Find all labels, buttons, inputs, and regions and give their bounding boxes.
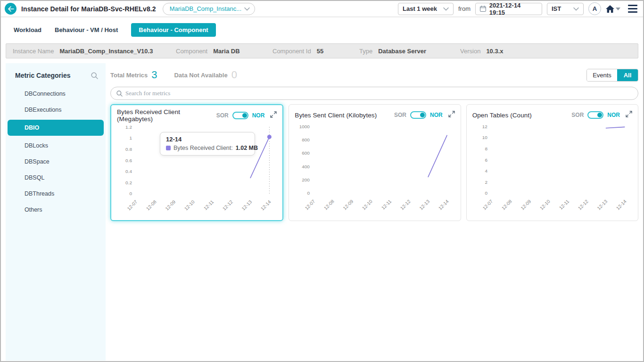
svg-text:800: 800 bbox=[302, 137, 310, 142]
sidebar-item-dbspace[interactable]: DBSpace bbox=[6, 154, 106, 170]
svg-text:400: 400 bbox=[302, 164, 310, 169]
top-header: Instance Detail for MariaDB-Svc-RHELv8.2… bbox=[1, 1, 643, 17]
svg-text:12-10: 12-10 bbox=[361, 198, 373, 211]
sidebar-item-dbconnections[interactable]: DBConnections bbox=[6, 86, 106, 102]
timezone-dropdown[interactable]: IST bbox=[547, 3, 584, 15]
chart-title: Bytes Sent Client (Kilobytes) bbox=[295, 112, 377, 119]
svg-text:1: 1 bbox=[129, 135, 132, 140]
time-range-dropdown[interactable]: Last 1 week bbox=[398, 3, 454, 15]
total-metrics-label: Total Metrics bbox=[110, 72, 148, 79]
sor-label: SOR bbox=[394, 112, 406, 118]
chevron-down-icon bbox=[443, 7, 449, 11]
svg-text:12-14: 12-14 bbox=[260, 199, 272, 211]
main-content: Total Metrics 3 Data Not Available 0 Eve… bbox=[106, 63, 638, 361]
metric-cards-row: Bytes Received Client (Megabytes) SOR NO… bbox=[110, 104, 638, 221]
sidebar-item-dbthreads[interactable]: DBThreads bbox=[6, 186, 106, 202]
svg-text:12-09: 12-09 bbox=[165, 199, 177, 211]
chevron-down-icon bbox=[244, 7, 250, 11]
nor-label: NOR bbox=[607, 112, 620, 118]
timezone-value: IST bbox=[552, 5, 561, 12]
svg-text:12-12: 12-12 bbox=[399, 198, 412, 211]
svg-text:0: 0 bbox=[129, 191, 132, 196]
info-instance-name: Instance Name MariaDB_Comp_Instance_V10.… bbox=[13, 48, 176, 55]
svg-text:12-13: 12-13 bbox=[240, 199, 253, 211]
time-range-value: Last 1 week bbox=[403, 5, 437, 12]
svg-text:12-11: 12-11 bbox=[380, 198, 393, 211]
svg-text:4: 4 bbox=[485, 168, 487, 173]
sidebar-title: Metric Categories bbox=[15, 72, 70, 79]
instance-dropdown[interactable]: MariaDB_Comp_Instanc... bbox=[163, 3, 255, 15]
back-arrow-icon bbox=[8, 6, 14, 12]
home-icon bbox=[606, 5, 614, 13]
info-version: Version 10.3.x bbox=[460, 48, 631, 55]
expand-icon[interactable] bbox=[448, 111, 455, 119]
svg-text:6: 6 bbox=[485, 157, 487, 163]
svg-text:2: 2 bbox=[485, 180, 487, 185]
tab-behaviour-component[interactable]: Behaviour - Component bbox=[131, 23, 215, 37]
svg-text:12-08: 12-08 bbox=[145, 199, 157, 211]
svg-text:12-11: 12-11 bbox=[558, 198, 570, 211]
metric-card-open-tables[interactable]: Open Tables (Count) SOR NOR 02468101212-… bbox=[466, 104, 638, 221]
svg-text:8: 8 bbox=[485, 146, 487, 151]
metric-card-bytes-sent[interactable]: Bytes Sent Client (Kilobytes) SOR NOR 02… bbox=[289, 104, 461, 221]
from-label: from bbox=[458, 5, 471, 12]
calendar-icon bbox=[480, 6, 486, 12]
datetime-picker[interactable]: 2021-12-14 19:15 bbox=[475, 3, 542, 15]
info-component: Component Maria DB bbox=[176, 48, 272, 55]
chart-tooltip: 12-14 Bytes Received Client: 1.02 MB bbox=[160, 132, 255, 156]
sidebar-item-others[interactable]: Others bbox=[6, 202, 106, 218]
sor-nor-toggle[interactable] bbox=[232, 112, 248, 119]
sidebar-item-dbsql[interactable]: DBSQL bbox=[6, 170, 106, 186]
sidebar-item-dbio[interactable]: DBIO bbox=[8, 120, 104, 136]
svg-text:12-10: 12-10 bbox=[539, 198, 551, 211]
metric-card-bytes-received[interactable]: Bytes Received Client (Megabytes) SOR NO… bbox=[110, 104, 283, 221]
tooltip-label: Bytes Received Client: bbox=[173, 145, 233, 151]
metrics-summary-row: Total Metrics 3 Data Not Available 0 Eve… bbox=[110, 67, 638, 83]
svg-text:12-12: 12-12 bbox=[577, 198, 589, 211]
search-placeholder: Search for metrics bbox=[125, 90, 170, 97]
datetime-value: 2021-12-14 19:15 bbox=[489, 2, 537, 16]
svg-text:0: 0 bbox=[307, 190, 310, 196]
info-component-id: Component Id 55 bbox=[272, 48, 359, 55]
nor-label: NOR bbox=[430, 112, 443, 118]
line-chart-open-tables[interactable]: 02468101212-0712-0812-0912-1012-1112-121… bbox=[472, 121, 632, 215]
instance-dropdown-value: MariaDB_Comp_Instanc... bbox=[170, 5, 241, 12]
data-not-available-label: Data Not Available bbox=[174, 72, 227, 79]
back-button[interactable] bbox=[5, 3, 17, 15]
tab-behaviour-vm-host[interactable]: Behaviour - VM / Host bbox=[55, 23, 118, 37]
home-menu[interactable] bbox=[606, 5, 620, 13]
events-all-toggle: Events All bbox=[586, 69, 638, 82]
svg-text:12-13: 12-13 bbox=[596, 198, 608, 211]
data-not-available-value: 0 bbox=[231, 69, 237, 81]
svg-text:12-14: 12-14 bbox=[615, 198, 627, 211]
tooltip-value: 1.02 MB bbox=[236, 145, 258, 151]
svg-text:12-12: 12-12 bbox=[222, 199, 234, 211]
app-window: Instance Detail for MariaDB-Svc-RHELv8.2… bbox=[0, 0, 644, 362]
sor-nor-toggle[interactable] bbox=[410, 111, 426, 119]
all-button[interactable]: All bbox=[617, 69, 638, 81]
hamburger-menu-icon[interactable] bbox=[628, 5, 637, 13]
chart-title: Bytes Received Client (Megabytes) bbox=[117, 108, 216, 123]
sidebar-item-dbexecutions[interactable]: DBExecutions bbox=[6, 102, 106, 118]
svg-text:10: 10 bbox=[482, 135, 487, 140]
search-icon[interactable] bbox=[91, 72, 98, 79]
svg-text:12-07: 12-07 bbox=[481, 198, 494, 211]
svg-text:0.8: 0.8 bbox=[125, 147, 132, 152]
svg-text:12-14: 12-14 bbox=[438, 198, 450, 211]
tooltip-date: 12-14 bbox=[166, 136, 249, 143]
sor-nor-toggle[interactable] bbox=[587, 111, 603, 119]
svg-text:1000: 1000 bbox=[299, 124, 310, 129]
events-button[interactable]: Events bbox=[587, 69, 617, 81]
tab-workload[interactable]: Workload bbox=[14, 23, 41, 37]
line-chart-bytes-sent[interactable]: 0200400600800100012-0712-0812-0912-1012-… bbox=[295, 121, 454, 215]
avatar[interactable]: A bbox=[588, 2, 601, 15]
sidebar-item-dblocks[interactable]: DBLocks bbox=[6, 138, 106, 154]
svg-text:1.2: 1.2 bbox=[125, 124, 132, 130]
svg-text:12-09: 12-09 bbox=[520, 198, 532, 211]
expand-icon[interactable] bbox=[270, 111, 277, 120]
sor-label: SOR bbox=[571, 112, 584, 118]
metrics-search-input[interactable]: Search for metrics bbox=[110, 87, 638, 100]
expand-icon[interactable] bbox=[626, 111, 632, 119]
svg-text:200: 200 bbox=[302, 177, 310, 182]
svg-text:0: 0 bbox=[485, 190, 487, 196]
